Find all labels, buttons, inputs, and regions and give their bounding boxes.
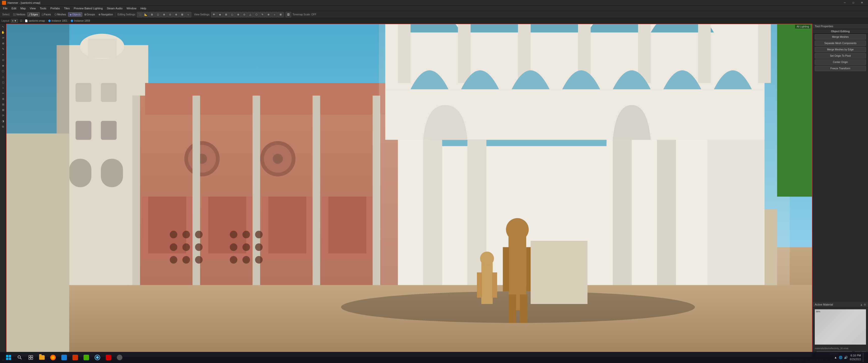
- taskview-button[interactable]: [26, 353, 35, 362]
- tool-hex[interactable]: ⬡: [0, 69, 5, 74]
- navigation-button[interactable]: ⊕ Navigation: [97, 12, 114, 16]
- freeze-transform-button[interactable]: Freeze Transform: [815, 66, 866, 71]
- merge-meshes-button[interactable]: Merge Meshes: [815, 34, 866, 40]
- breadcrumb-instance1[interactable]: 🔷 Instance 1801: [48, 20, 68, 22]
- breadcrumb-checkbox[interactable]: ☐: [20, 20, 22, 22]
- editing-snap-btn[interactable]: 📐: [143, 12, 149, 18]
- svg-rect-86: [520, 294, 527, 323]
- svg-point-44: [182, 243, 190, 251]
- view-btn-6[interactable]: ⊙: [242, 12, 247, 18]
- tool-copy[interactable]: ⧉: [0, 124, 5, 129]
- tool-grid[interactable]: ⊞: [0, 102, 5, 107]
- view-btn-9[interactable]: ✎: [260, 12, 265, 18]
- editing-settings-group: Editing Settings: ⬛ 📐 ⊞ ◻ ⊕ ⊙ ⊗ ⊠ ⟐: [116, 12, 192, 18]
- view-btn-2[interactable]: ◈: [217, 12, 223, 18]
- editing-align-btn[interactable]: ⊕: [161, 12, 167, 18]
- objects-icon: ◈: [70, 13, 72, 16]
- close-button[interactable]: ✕: [858, 0, 866, 5]
- svg-point-82: [506, 218, 529, 241]
- objects-button[interactable]: ◈ Objects: [68, 12, 82, 16]
- layout-dropdown[interactable]: ≡ ▼: [11, 19, 18, 23]
- tool-flip[interactable]: ⟳: [0, 113, 5, 118]
- separate-mesh-button[interactable]: Separate Mesh Components: [815, 41, 866, 46]
- viewport[interactable]: All Lighting: [6, 24, 812, 357]
- tool-transform[interactable]: ⌖: [0, 52, 5, 57]
- tool-tri[interactable]: △: [0, 74, 5, 79]
- breadcrumb-instance2[interactable]: 🔷 Instance 1859: [70, 20, 90, 22]
- tool-half[interactable]: ◑: [0, 119, 5, 124]
- editing-wire-btn[interactable]: ◻: [155, 12, 161, 18]
- taskbar-app2[interactable]: [71, 353, 80, 362]
- taskbar-app1[interactable]: [60, 353, 69, 362]
- minimize-button[interactable]: ─: [841, 0, 849, 5]
- center-origin-button[interactable]: Center Origin: [815, 60, 866, 65]
- tool-pan[interactable]: ✋: [0, 30, 5, 35]
- view-btn-12[interactable]: ⊠: [278, 12, 283, 18]
- merge-by-edge-button[interactable]: Merge Meshes by Edge: [815, 47, 866, 52]
- editing-extra3-btn[interactable]: ⟐: [185, 12, 191, 18]
- taskbar-app4[interactable]: [104, 353, 113, 362]
- menu-preview-baked[interactable]: Preview Baked Lighting: [72, 6, 105, 10]
- view-btn-7[interactable]: △: [248, 12, 253, 18]
- tool-scale[interactable]: ⊕: [0, 41, 5, 46]
- menu-tiles[interactable]: Tiles: [62, 6, 72, 10]
- show-desktop-button[interactable]: [863, 353, 864, 362]
- menu-window[interactable]: Window: [125, 6, 138, 10]
- view-btn-5[interactable]: ⊕: [236, 12, 241, 18]
- menu-view[interactable]: View: [28, 6, 38, 10]
- taskbar-app5[interactable]: [115, 353, 124, 362]
- tool-delete[interactable]: ⊗: [0, 96, 5, 101]
- svg-rect-80: [492, 272, 497, 298]
- tool-mesh[interactable]: ◈: [0, 63, 5, 68]
- breadcrumb-file-icon[interactable]: 📄 santorini.vmap: [25, 20, 45, 22]
- faces-button[interactable]: ◻ Faces: [40, 12, 53, 16]
- editing-extra-btn[interactable]: ⊗: [173, 12, 179, 18]
- network-icon[interactable]: 🌐: [839, 356, 842, 359]
- view-btn-3[interactable]: ⊞: [223, 12, 229, 18]
- clock[interactable]: 6:16 PM 8/29/2022: [850, 354, 861, 361]
- taskbar-steam[interactable]: [93, 353, 102, 362]
- app-icon: [2, 1, 6, 5]
- system-tray: ▲ 🌐 🔊: [834, 356, 848, 359]
- view-btn-1[interactable]: 👁: [211, 12, 217, 18]
- set-origin-pivot-button[interactable]: Set Origin To Pivot: [815, 53, 866, 59]
- view-btn-10[interactable]: ⊗: [266, 12, 271, 18]
- menu-help[interactable]: Help: [138, 6, 148, 10]
- start-button[interactable]: [4, 353, 13, 362]
- tool-draw[interactable]: ✎: [0, 46, 5, 52]
- edges-button[interactable]: ╱ Edges: [27, 12, 39, 16]
- search-button[interactable]: [15, 353, 24, 362]
- menu-prefabs[interactable]: Prefabs: [48, 6, 62, 10]
- tool-cut[interactable]: ✂: [0, 91, 5, 96]
- menu-file[interactable]: File: [1, 6, 9, 10]
- view-btn-8[interactable]: ⬡: [254, 12, 259, 18]
- svg-point-53: [243, 243, 250, 251]
- tool-circle[interactable]: ⊙: [0, 58, 5, 63]
- tray-up-icon[interactable]: ▲: [834, 356, 837, 359]
- menu-map[interactable]: Map: [19, 6, 28, 10]
- maximize-button[interactable]: □: [849, 0, 858, 5]
- tool-box[interactable]: ◻: [0, 80, 5, 85]
- taskbar-browser[interactable]: [49, 353, 58, 362]
- editing-pivot-btn[interactable]: ⊙: [167, 12, 173, 18]
- groups-button[interactable]: ⊞ Groups: [83, 12, 97, 16]
- editing-grid-btn[interactable]: ⊞: [149, 12, 155, 18]
- tool-connect[interactable]: ⟐: [0, 85, 5, 90]
- menu-steam-audio[interactable]: Steam Audio: [105, 6, 124, 10]
- menu-edit[interactable]: Edit: [9, 6, 19, 10]
- tool-select[interactable]: ↖: [0, 24, 5, 29]
- taskbar-folder[interactable]: [37, 353, 46, 362]
- tool-paint[interactable]: ⊠: [0, 107, 5, 112]
- vertices-button[interactable]: ⬛ Vertices: [11, 12, 27, 16]
- tool-rotate[interactable]: ⟳: [0, 35, 5, 40]
- view-btn-4[interactable]: ◻: [229, 12, 235, 18]
- editing-mode-btn[interactable]: ⬛: [137, 12, 143, 18]
- meshes-button[interactable]: ⬡ Meshes: [53, 12, 68, 16]
- menu-tools[interactable]: Tools: [38, 6, 49, 10]
- volume-icon[interactable]: 🔊: [844, 356, 848, 359]
- taskbar-app3[interactable]: [82, 353, 91, 362]
- editing-extra2-btn[interactable]: ⊠: [179, 12, 185, 18]
- panel-settings-btn[interactable]: ⚙: [864, 303, 866, 306]
- view-btn-11[interactable]: ⟐: [272, 12, 277, 18]
- panel-expand-btn[interactable]: ▲: [860, 303, 863, 306]
